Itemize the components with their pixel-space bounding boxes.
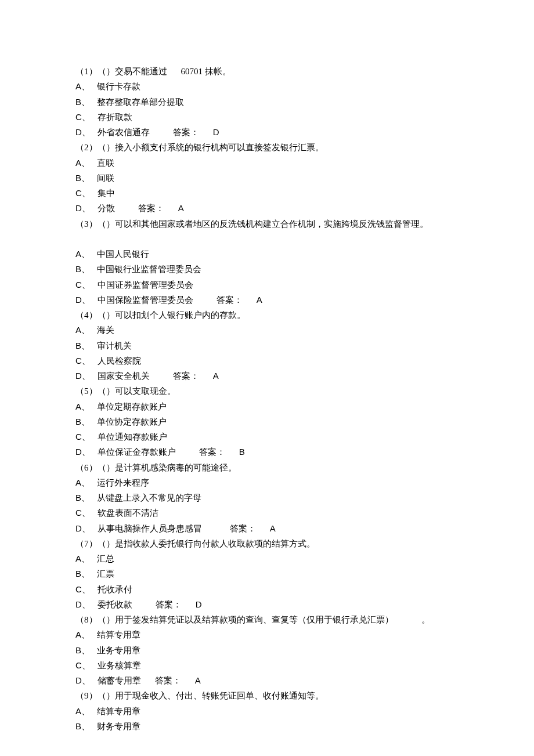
option-line: B、审计机关 (75, 338, 464, 353)
option-text: 汇票 (97, 569, 114, 578)
option-line: D、外省农信通存答案：D (75, 125, 464, 140)
option-label: D、 (75, 295, 91, 305)
answer-label: 答案： (230, 524, 256, 533)
option-label: C、 (75, 432, 91, 442)
option-label: D、 (75, 523, 91, 533)
option-line: A、直联 (75, 155, 464, 171)
option-label: B、 (75, 417, 90, 426)
option-label: B、 (75, 341, 90, 350)
answer-label: 答案： (173, 371, 199, 381)
answer-label: 答案： (138, 204, 164, 213)
option-line: B、汇票 (75, 566, 464, 581)
option-line: B、间联 (75, 171, 464, 186)
question-text: （5）（）可以支取现金。 (75, 384, 464, 399)
option-line: C、中国证券监督管理委员会 (75, 277, 464, 292)
option-line: C、单位通知存款账户 (75, 429, 464, 444)
option-text: 从键盘上录入不常见的字母 (97, 493, 201, 502)
option-label: B、 (75, 264, 90, 274)
option-text: 人民检察院 (98, 356, 141, 366)
option-text: 中国保险监督管理委员会 (98, 295, 193, 305)
option-label: B、 (75, 493, 90, 502)
option-text: 审计机关 (97, 341, 132, 350)
option-line: D、从事电脑操作人员身患感冒答案：A (75, 521, 464, 536)
option-text: 业务专用章 (97, 646, 140, 655)
option-line: C、集中 (75, 186, 464, 201)
option-line: A、结算专用章 (75, 627, 464, 642)
question-text: （2）（）接入小额支付系统的银行机构可以直接签发银行汇票。 (75, 140, 464, 155)
option-text: 结算专用章 (97, 707, 140, 716)
option-text: 单位定期存款账户 (97, 402, 167, 411)
option-text: 银行卡存款 (97, 82, 140, 91)
option-text: 海关 (97, 325, 114, 335)
option-label: C、 (75, 660, 91, 670)
option-label: A、 (75, 401, 90, 411)
option-text: 中国证券监督管理委员会 (98, 280, 193, 290)
question-extra: 60701 抹帐。 (181, 67, 231, 76)
option-line: C、业务核算章 (75, 658, 464, 673)
option-text: 单位通知存款账户 (98, 432, 167, 442)
option-label: B、 (75, 645, 90, 655)
question-text: （6）（）是计算机感染病毒的可能途径。 (75, 460, 464, 475)
option-label: D、 (75, 127, 91, 137)
option-label: C、 (75, 508, 91, 518)
option-label: B、 (75, 721, 90, 731)
question-text: （3）（）可以和其他国家或者地区的反洗钱机构建立合作机制，实施跨境反洗钱监督管理… (75, 216, 464, 231)
option-label: A、 (75, 630, 90, 639)
option-label: D、 (75, 599, 91, 609)
option-text: 运行外来程序 (97, 478, 149, 487)
option-line: C、托收承付 (75, 582, 464, 597)
answer-value: D (213, 127, 219, 137)
option-text: 储蓄专用章 (98, 676, 141, 685)
option-text: 单位协定存款账户 (97, 417, 167, 426)
answer-value: B (239, 447, 245, 457)
option-line: B、从键盘上录入不常见的字母 (75, 490, 464, 505)
answer-value: A (195, 675, 201, 685)
option-text: 汇总 (97, 554, 114, 563)
option-label: A、 (75, 249, 90, 259)
blank-line (75, 231, 464, 247)
answer-value: A (270, 523, 276, 533)
question-stem: （9）（）用于现金收入、付出、转账凭证回单、收付账通知等。 (75, 691, 324, 700)
option-label: C、 (75, 356, 91, 366)
option-line: B、中国银行业监督管理委员会 (75, 262, 464, 277)
question-text: （7）（）是指收款人委托银行向付款人收取款项的结算方式。 (75, 536, 464, 551)
option-label: B、 (75, 97, 90, 107)
option-line: B、整存整取存单部分提取 (75, 95, 464, 110)
answer-value: A (257, 295, 262, 305)
option-text: 直联 (97, 158, 114, 168)
answer-value: A (213, 371, 219, 381)
option-text: 业务核算章 (98, 661, 141, 670)
answer-value: D (196, 599, 202, 609)
option-line: D、分散答案：A (75, 201, 464, 216)
option-text: 外省农信通存 (98, 128, 150, 137)
question-text: （1）（）交易不能通过60701 抹帐。 (75, 64, 464, 79)
option-line: C、存折取款 (75, 110, 464, 125)
option-line: B、业务专用章 (75, 643, 464, 658)
option-line: A、单位定期存款账户 (75, 399, 464, 414)
option-text: 委托收款 (98, 600, 132, 609)
option-line: C、人民检察院 (75, 353, 464, 368)
option-line: A、中国人民银行 (75, 247, 464, 262)
option-label: C、 (75, 188, 91, 198)
option-text: 托收承付 (98, 585, 132, 594)
question-stem: （5）（）可以支取现金。 (75, 386, 176, 396)
option-text: 中国银行业监督管理委员会 (97, 265, 201, 274)
option-line: D、委托收款答案：D (75, 597, 464, 612)
option-text: 结算专用章 (97, 630, 140, 639)
option-text: 整存整取存单部分提取 (97, 97, 184, 107)
option-line: D、储蓄专用章答案：A (75, 673, 464, 688)
option-text: 中国人民银行 (97, 249, 149, 259)
option-text: 间联 (97, 173, 114, 183)
option-label: D、 (75, 675, 91, 685)
question-stem: （7）（）是指收款人委托银行向付款人收取款项的结算方式。 (75, 539, 315, 548)
option-label: D、 (75, 447, 91, 457)
option-line: A、银行卡存款 (75, 79, 464, 94)
option-line: D、国家安全机关答案：A (75, 368, 464, 384)
option-text: 存折取款 (98, 113, 132, 122)
question-stem: （1）（）交易不能通过 (75, 67, 167, 76)
question-text: （9）（）用于现金收入、付出、转账凭证回单、收付账通知等。 (75, 688, 464, 703)
answer-label: 答案： (173, 128, 199, 137)
option-line: A、运行外来程序 (75, 475, 464, 490)
option-text: 国家安全机关 (98, 371, 150, 381)
answer-label: 答案： (155, 676, 181, 685)
